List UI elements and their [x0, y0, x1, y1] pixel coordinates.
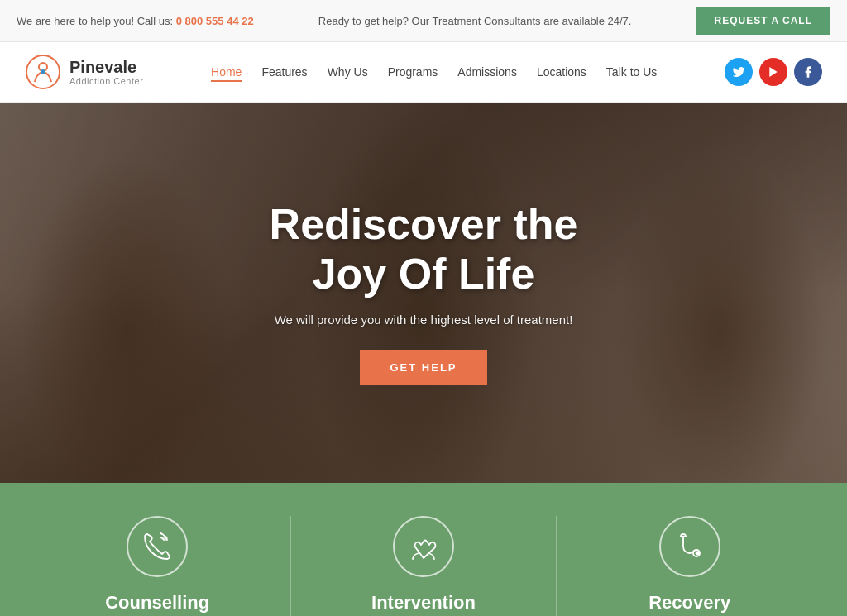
nav-item-home[interactable]: Home [211, 64, 242, 79]
navbar: Pinevale Addiction Center Home Features … [0, 42, 847, 103]
nav-link-locations[interactable]: Locations [537, 65, 586, 79]
nav-links: Home Features Why Us Programs Admissions… [211, 64, 657, 79]
divider-2 [556, 516, 557, 616]
green-section: Counselling We'll guide you through the … [0, 483, 847, 616]
phone-number[interactable]: 0 800 555 44 22 [176, 15, 254, 27]
recovery-card: Recovery We provide an environment uniqu… [599, 516, 781, 616]
nav-link-admissions[interactable]: Admissions [457, 65, 517, 79]
phone-icon [142, 532, 172, 561]
intervention-icon-circle [393, 516, 454, 577]
nav-item-features[interactable]: Features [261, 64, 307, 79]
logo: Pinevale Addiction Center [25, 54, 143, 90]
svg-point-6 [696, 552, 698, 555]
hero-headline: Rediscover the Joy Of Life [270, 200, 578, 299]
divider-1 [290, 516, 291, 616]
nav-link-talkto[interactable]: Talk to Us [606, 65, 657, 79]
nav-link-programs[interactable]: Programs [388, 65, 438, 79]
stethoscope-icon [675, 532, 705, 561]
counselling-icon-circle [127, 516, 188, 577]
nav-item-programs[interactable]: Programs [388, 64, 438, 79]
hands-heart-icon [409, 532, 438, 561]
logo-text: Pinevale Addiction Center [69, 58, 143, 86]
intervention-card: Intervention Our care's innovative progr… [333, 516, 514, 616]
logo-subtitle: Addiction Center [69, 76, 143, 86]
hero-section: Rediscover the Joy Of Life We will provi… [0, 103, 847, 483]
recovery-title: Recovery [599, 592, 781, 614]
svg-marker-3 [769, 67, 777, 77]
counselling-title: Counselling [66, 592, 248, 614]
svg-point-4 [164, 537, 167, 540]
hero-headline-line1: Rediscover the [270, 200, 578, 248]
hero-content: Rediscover the Joy Of Life We will provi… [253, 200, 595, 385]
get-help-button[interactable]: GET HELP [360, 350, 486, 385]
help-text: We are here to help you! Call us: 0 800 … [17, 15, 254, 27]
nav-link-whyus[interactable]: Why Us [328, 65, 368, 79]
logo-icon [25, 54, 61, 90]
counselling-card: Counselling We'll guide you through the … [66, 516, 248, 616]
hero-headline-line2: Joy Of Life [313, 250, 535, 298]
intervention-title: Intervention [333, 592, 514, 614]
nav-item-admissions[interactable]: Admissions [457, 64, 517, 79]
recovery-icon-circle [659, 516, 720, 577]
top-bar: We are here to help you! Call us: 0 800 … [0, 0, 847, 42]
nav-item-locations[interactable]: Locations [537, 64, 586, 79]
nav-item-talkto[interactable]: Talk to Us [606, 64, 657, 79]
request-call-button[interactable]: REQUEST A CALL [696, 7, 830, 35]
youtube-icon[interactable] [759, 58, 787, 86]
svg-point-2 [41, 69, 45, 74]
nav-link-home[interactable]: Home [211, 65, 242, 82]
facebook-icon[interactable] [794, 58, 822, 86]
nav-link-features[interactable]: Features [261, 65, 307, 79]
twitter-icon[interactable] [725, 58, 753, 86]
nav-item-whyus[interactable]: Why Us [328, 64, 368, 79]
ready-text: Ready to get help? Our Treatment Consult… [318, 15, 632, 27]
logo-name: Pinevale [69, 58, 143, 76]
hero-subtext: We will provide you with the highest lev… [270, 313, 578, 327]
social-icons [725, 58, 822, 86]
